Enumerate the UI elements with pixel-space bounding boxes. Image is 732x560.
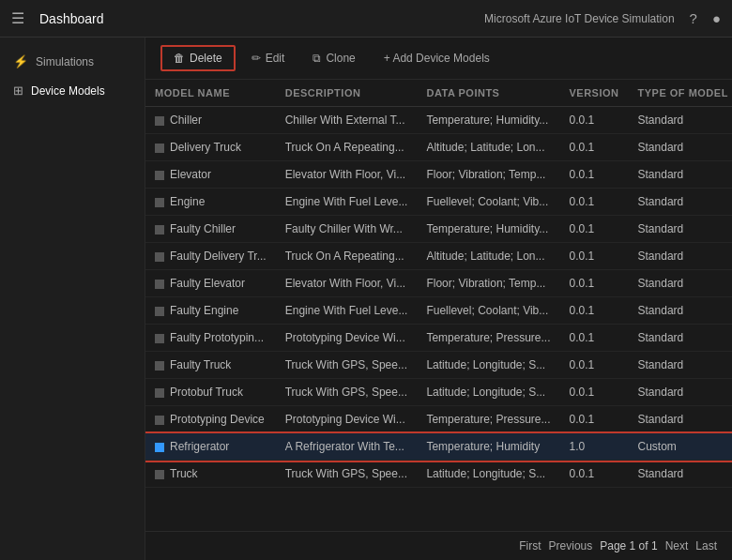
- cell-model-name: Faulty Elevator: [145, 270, 276, 297]
- cell-type: Standard: [629, 297, 732, 325]
- cell-type: Standard: [629, 461, 732, 488]
- delete-icon: 🗑: [174, 52, 185, 65]
- pagination-last[interactable]: Last: [695, 539, 717, 552]
- cell-model-name: Chiller: [145, 107, 276, 134]
- cell-version: 0.0.1: [560, 107, 629, 134]
- pagination-first[interactable]: First: [519, 539, 541, 552]
- table-row[interactable]: Faulty Chiller Faulty Chiller With Wr...…: [145, 216, 732, 243]
- cell-data-points: Fuellevel; Coolant; Vib...: [417, 189, 559, 216]
- table-row[interactable]: Delivery Truck Truck On A Repeating... A…: [145, 134, 732, 161]
- cell-type: Standard: [629, 134, 732, 161]
- cell-version: 0.0.1: [560, 406, 629, 433]
- col-data-points: DATA POINTS: [417, 80, 559, 107]
- cell-data-points: Altitude; Latitude; Lon...: [417, 243, 559, 270]
- table-row[interactable]: Faulty Truck Truck With GPS, Spee... Lat…: [145, 352, 732, 379]
- cell-description: Engine With Fuel Leve...: [276, 297, 418, 325]
- cell-model-name: Protobuf Truck: [145, 379, 276, 406]
- cell-data-points: Floor; Vibration; Temp...: [417, 270, 559, 297]
- table-row[interactable]: Refrigerator A Refrigerator With Te... T…: [145, 433, 732, 461]
- table-row[interactable]: Elevator Elevator With Floor, Vi... Floo…: [145, 161, 732, 189]
- add-device-models-button[interactable]: + Add Device Models: [372, 46, 502, 70]
- col-model-name: MODEL NAME: [145, 80, 276, 107]
- cell-type: Standard: [629, 189, 732, 216]
- cell-model-name: Refrigerator: [145, 433, 276, 461]
- cell-data-points: Temperature; Humidity...: [417, 216, 559, 243]
- cell-type: Standard: [629, 379, 732, 406]
- cell-data-points: Temperature; Pressure...: [417, 325, 559, 352]
- col-version: VERSION: [560, 80, 629, 107]
- cell-version: 0.0.1: [560, 461, 629, 488]
- cell-version: 0.0.1: [560, 243, 629, 270]
- cell-data-points: Temperature; Pressure...: [417, 406, 559, 433]
- user-icon[interactable]: ●: [712, 10, 721, 26]
- cell-description: Prototyping Device Wi...: [276, 406, 418, 433]
- cell-version: 0.0.1: [560, 352, 629, 379]
- device-models-table-container: MODEL NAME DESCRIPTION DATA POINTS VERSI…: [145, 80, 732, 531]
- help-icon[interactable]: ?: [690, 10, 697, 26]
- cell-version: 0.0.1: [560, 134, 629, 161]
- cell-model-name: Faulty Chiller: [145, 216, 276, 243]
- table-row[interactable]: Faulty Delivery Tr... Truck On A Repeati…: [145, 243, 732, 270]
- table-row[interactable]: Prototyping Device Prototyping Device Wi…: [145, 406, 732, 433]
- cell-type: Standard: [629, 325, 732, 352]
- sidebar-item-device-models[interactable]: ⊞ Device Models: [0, 76, 145, 105]
- clone-button[interactable]: ⧉ Clone: [300, 46, 367, 70]
- cell-description: Faulty Chiller With Wr...: [276, 216, 418, 243]
- main-layout: ⚡ Simulations ⊞ Device Models 🗑 Delete ✏…: [0, 38, 732, 560]
- table-header-row: MODEL NAME DESCRIPTION DATA POINTS VERSI…: [145, 80, 732, 107]
- sidebar-item-simulations[interactable]: ⚡ Simulations: [0, 47, 145, 76]
- cell-description: Truck On A Repeating...: [276, 134, 418, 161]
- table-row[interactable]: Protobuf Truck Truck With GPS, Spee... L…: [145, 379, 732, 406]
- cell-description: Engine With Fuel Leve...: [276, 189, 418, 216]
- clone-icon: ⧉: [313, 52, 321, 65]
- cell-type: Standard: [629, 107, 732, 134]
- table-row[interactable]: Faulty Engine Engine With Fuel Leve... F…: [145, 297, 732, 325]
- cell-version: 0.0.1: [560, 379, 629, 406]
- cell-version: 0.0.1: [560, 189, 629, 216]
- pagination-next[interactable]: Next: [665, 539, 689, 552]
- delete-button[interactable]: 🗑 Delete: [160, 45, 236, 71]
- cell-description: Truck On A Repeating...: [276, 243, 418, 270]
- cell-description: Chiller With External T...: [276, 107, 418, 134]
- cell-model-name: Faulty Truck: [145, 352, 276, 379]
- pagination: First Previous Page 1 of 1 Next Last: [145, 531, 732, 560]
- cell-version: 0.0.1: [560, 297, 629, 325]
- cell-description: Truck With GPS, Spee...: [276, 461, 418, 488]
- page-title: Dashboard: [39, 11, 104, 26]
- cell-description: Elevator With Floor, Vi...: [276, 161, 418, 189]
- cell-description: Truck With GPS, Spee...: [276, 379, 418, 406]
- table-row[interactable]: Faulty Elevator Elevator With Floor, Vi.…: [145, 270, 732, 297]
- cell-type: Standard: [629, 352, 732, 379]
- cell-data-points: Latitude; Longitude; S...: [417, 461, 559, 488]
- table-row[interactable]: Chiller Chiller With External T... Tempe…: [145, 107, 732, 134]
- cell-data-points: Fuellevel; Coolant; Vib...: [417, 297, 559, 325]
- col-type: TYPE OF MODEL: [629, 80, 732, 107]
- cell-version: 0.0.1: [560, 161, 629, 189]
- table-row[interactable]: Engine Engine With Fuel Leve... Fuelleve…: [145, 189, 732, 216]
- cell-version: 0.0.1: [560, 325, 629, 352]
- cell-data-points: Latitude; Longitude; S...: [417, 352, 559, 379]
- cell-type: Standard: [629, 216, 732, 243]
- cell-version: 1.0: [560, 433, 629, 461]
- cell-model-name: Truck: [145, 461, 276, 488]
- sidebar: ⚡ Simulations ⊞ Device Models: [0, 38, 145, 560]
- edit-button[interactable]: ✏ Edit: [239, 46, 297, 70]
- cell-model-name: Prototyping Device: [145, 406, 276, 433]
- cell-data-points: Floor; Vibration; Temp...: [417, 161, 559, 189]
- edit-icon: ✏: [252, 52, 261, 65]
- table-row[interactable]: Faulty Prototypin... Prototyping Device …: [145, 325, 732, 352]
- cell-model-name: Faulty Prototypin...: [145, 325, 276, 352]
- cell-data-points: Altitude; Latitude; Lon...: [417, 134, 559, 161]
- hamburger-icon[interactable]: ☰: [11, 9, 24, 27]
- cell-version: 0.0.1: [560, 216, 629, 243]
- cell-model-name: Faulty Engine: [145, 297, 276, 325]
- content-area: 🗑 Delete ✏ Edit ⧉ Clone + Add Device Mod…: [145, 38, 732, 560]
- cell-description: Elevator With Floor, Vi...: [276, 270, 418, 297]
- cell-model-name: Delivery Truck: [145, 134, 276, 161]
- cell-model-name: Elevator: [145, 161, 276, 189]
- col-description: DESCRIPTION: [276, 80, 418, 107]
- pagination-previous[interactable]: Previous: [549, 539, 593, 552]
- table-row[interactable]: Truck Truck With GPS, Spee... Latitude; …: [145, 461, 732, 488]
- cell-type: Standard: [629, 243, 732, 270]
- simulations-icon: ⚡: [13, 54, 28, 68]
